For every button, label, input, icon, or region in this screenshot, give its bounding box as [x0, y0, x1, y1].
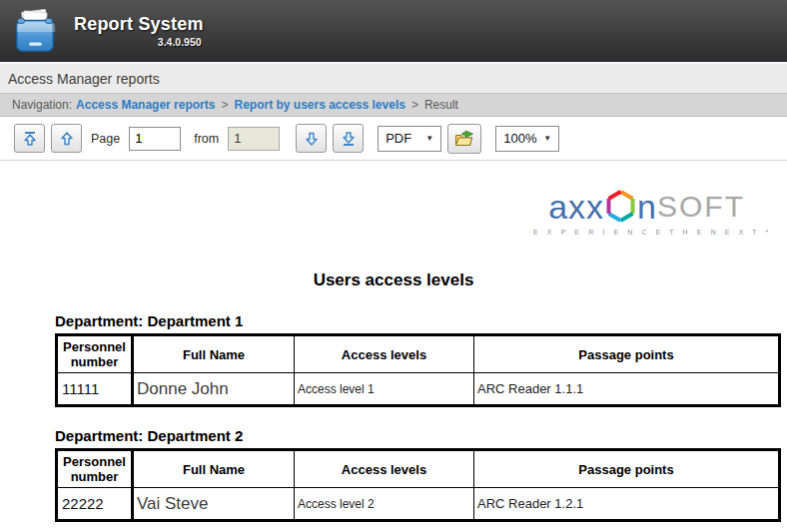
column-header: Personnel number [57, 450, 133, 488]
last-page-button[interactable] [333, 124, 364, 153]
breadcrumb: Navigation: Access Manager reports > Rep… [0, 93, 787, 117]
zoom-select[interactable]: 100% ▼ [495, 126, 559, 152]
column-header: Access levels [295, 335, 474, 373]
page-label: Page [91, 132, 120, 146]
passage-points-cell: ARC Reader 1.2.1 [474, 488, 780, 521]
access-levels-cell: Access level 2 [295, 488, 474, 521]
column-header: Passage points [474, 335, 780, 373]
export-folder-icon [454, 130, 475, 148]
first-page-button[interactable] [14, 124, 45, 153]
breadcrumb-separator: > [411, 98, 418, 112]
breadcrumb-separator: > [221, 98, 228, 112]
table-row: 11111Donne JohnAccess level 1ARC Reader … [57, 373, 780, 406]
section-title: Access Manager reports [8, 71, 160, 87]
chevron-down-icon: ▼ [543, 134, 551, 143]
breadcrumb-link-report-by-users-access-levels[interactable]: Report by users access levels [234, 98, 404, 112]
logo-text-n: n [637, 190, 657, 224]
breadcrumb-label: Navigation: [12, 98, 72, 112]
axxonsoft-logo: axx n SOFT E X P E R I E N C E T H E N E… [533, 189, 745, 236]
last-page-icon [341, 131, 357, 147]
table-row: 22222Vai SteveAccess level 2ARC Reader 1… [57, 488, 780, 521]
export-format-value: PDF [386, 131, 411, 146]
previous-page-icon [59, 131, 75, 147]
app-version: 3.4.0.950 [74, 36, 204, 48]
logo-tagline: E X P E R I E N C E T H E N E X T * [533, 229, 745, 236]
full-name-cell: Vai Steve [133, 488, 295, 521]
report-system-app-icon [10, 8, 60, 56]
breadcrumb-link-access-manager-reports[interactable]: Access Manager reports [76, 98, 215, 112]
next-page-icon [304, 131, 320, 147]
section-bar: Access Manager reports [0, 62, 787, 93]
personnel-number-cell: 22222 [57, 488, 133, 521]
department-block: Department: Department 2 Personnel numbe… [55, 427, 778, 522]
access-levels-cell: Access level 1 [295, 373, 474, 406]
next-page-button[interactable] [296, 124, 327, 153]
report-title: Users access levels [30, 270, 757, 290]
passage-points-cell: ARC Reader 1.1.1 [474, 373, 780, 406]
column-header: Full Name [133, 450, 295, 488]
report-page: axx n SOFT E X P E R I E N C E T H E N E… [0, 161, 787, 532]
zoom-value: 100% [503, 131, 536, 146]
page-number-input[interactable] [129, 127, 181, 151]
department-heading: Department: Department 2 [55, 427, 778, 444]
access-levels-table: Personnel numberFull NameAccess levelsPa… [55, 448, 781, 522]
column-header: Full Name [133, 335, 295, 373]
previous-page-button[interactable] [51, 124, 82, 153]
department-block: Department: Department 1 Personnel numbe… [55, 312, 778, 407]
hexagon-icon [605, 189, 636, 224]
app-title: Report System [74, 14, 204, 35]
column-header: Passage points [474, 450, 780, 488]
logo-text-axx: axx [548, 190, 604, 224]
report-body: Department: Department 1 Personnel numbe… [55, 312, 778, 532]
export-format-select[interactable]: PDF ▼ [378, 126, 441, 152]
breadcrumb-current: Result [424, 98, 458, 112]
chevron-down-icon: ▼ [425, 134, 433, 143]
export-button[interactable] [447, 124, 481, 154]
app-header: Report System 3.4.0.950 [0, 0, 787, 62]
table-header-row: Personnel numberFull NameAccess levelsPa… [57, 335, 780, 373]
column-header: Personnel number [57, 335, 133, 373]
from-label: from [194, 132, 219, 146]
column-header: Access levels [295, 450, 474, 488]
department-heading: Department: Department 1 [55, 312, 778, 329]
total-pages-field [228, 127, 280, 151]
table-header-row: Personnel numberFull NameAccess levelsPa… [57, 450, 780, 488]
full-name-cell: Donne John [133, 373, 295, 406]
personnel-number-cell: 11111 [57, 373, 133, 406]
report-toolbar: Page from PDF ▼ 100% ▼ [0, 117, 787, 161]
access-levels-table: Personnel numberFull NameAccess levelsPa… [55, 333, 781, 407]
logo-text-soft: SOFT [657, 190, 745, 224]
first-page-icon [22, 131, 38, 147]
